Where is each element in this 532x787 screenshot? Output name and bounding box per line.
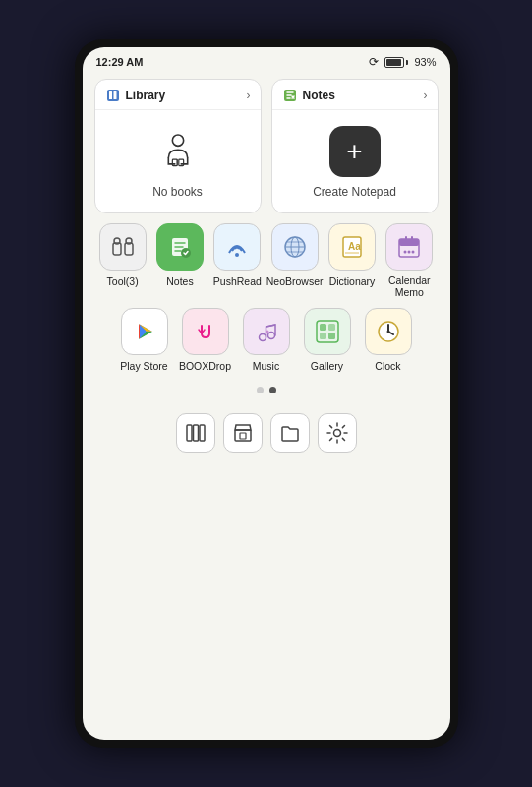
calendar-label: Calendar Memo: [388, 275, 431, 298]
dock-library[interactable]: [176, 413, 215, 453]
dock-files[interactable]: [270, 413, 310, 453]
dictionary-label: Dictionary: [329, 275, 376, 288]
svg-rect-8: [113, 243, 121, 255]
music-label: Music: [253, 360, 279, 373]
svg-rect-38: [328, 324, 335, 331]
app-playstore[interactable]: Play Store: [115, 308, 174, 373]
widget-row: Library ›: [94, 79, 439, 213]
music-icon: [243, 308, 290, 355]
notes-title-text: Notes: [303, 89, 335, 102]
app-row-2: Play Store BOOXDrop: [94, 308, 439, 373]
no-books-icon: [152, 126, 204, 177]
gallery-icon: [304, 308, 351, 355]
no-books-label: No books: [152, 185, 203, 199]
playstore-icon: [121, 308, 168, 355]
dictionary-icon: Aa: [328, 223, 376, 271]
notes-widget-body: + Create Notepad: [272, 110, 438, 212]
library-widget[interactable]: Library ›: [94, 79, 262, 213]
svg-rect-46: [193, 425, 198, 441]
svg-rect-10: [125, 243, 133, 255]
app-neobrowser[interactable]: NeoBrowser: [266, 223, 323, 288]
app-dictionary[interactable]: Aa Dictionary: [324, 223, 381, 288]
svg-point-3: [172, 135, 183, 146]
tool-label: Tool(3): [107, 275, 139, 288]
gallery-label: Gallery: [311, 360, 343, 373]
library-icon: [105, 88, 121, 103]
library-widget-body: No books: [95, 110, 261, 212]
svg-rect-49: [240, 433, 246, 439]
svg-point-27: [404, 251, 407, 254]
app-row-1: Tool(3) Notes: [94, 223, 439, 298]
bottom-dock: [94, 407, 439, 462]
app-calendar[interactable]: Calendar Memo: [381, 223, 438, 298]
notes-icon: [282, 88, 298, 103]
app-booxdrop[interactable]: BOOXDrop: [176, 308, 235, 373]
dot-1: [257, 387, 264, 394]
dock-settings[interactable]: [318, 413, 357, 453]
library-widget-header: Library ›: [95, 80, 261, 110]
app-tool[interactable]: Tool(3): [94, 223, 151, 288]
notes-app-icon: [156, 223, 204, 271]
app-music[interactable]: Music: [237, 308, 296, 373]
svg-rect-37: [320, 324, 326, 331]
notes-widget-header: Notes ›: [272, 80, 438, 110]
screen-content: Library ›: [83, 73, 450, 740]
svg-rect-25: [411, 236, 413, 241]
booxdrop-label: BOOXDrop: [179, 360, 231, 373]
time-display: 12:29 AM: [96, 56, 144, 68]
svg-line-34: [266, 325, 275, 327]
status-bar: 12:29 AM ⟳ 93%: [83, 47, 450, 73]
svg-rect-47: [200, 425, 205, 441]
calendar-icon: [385, 223, 433, 271]
device-frame: 12:29 AM ⟳ 93%: [75, 39, 458, 748]
app-gallery[interactable]: Gallery: [298, 308, 357, 373]
status-right: ⟳ 93%: [369, 55, 436, 69]
svg-rect-26: [405, 236, 407, 241]
page-dots: [94, 383, 439, 397]
library-chevron: ›: [247, 89, 251, 102]
svg-point-32: [259, 334, 266, 341]
sync-icon: ⟳: [369, 55, 379, 69]
app-notes[interactable]: Notes: [151, 223, 208, 288]
svg-point-28: [408, 251, 411, 254]
svg-rect-36: [317, 321, 338, 342]
notes-chevron: ›: [424, 89, 428, 102]
create-notepad-button[interactable]: +: [329, 126, 381, 177]
library-widget-title: Library: [105, 88, 166, 103]
battery-indicator: [384, 57, 408, 68]
notes-widget[interactable]: Notes › + Create Notepad: [271, 79, 439, 213]
svg-rect-45: [187, 425, 192, 441]
tool-icon: [99, 223, 147, 271]
pushread-label: PushRead: [213, 275, 262, 288]
svg-rect-2: [113, 91, 116, 99]
device-screen: 12:29 AM ⟳ 93%: [83, 47, 450, 740]
dock-store[interactable]: [223, 413, 263, 453]
svg-point-29: [412, 251, 415, 254]
svg-rect-0: [107, 90, 119, 101]
notes-app-label: Notes: [166, 275, 193, 288]
battery-percent: 93%: [414, 56, 436, 68]
app-clock[interactable]: Clock: [359, 308, 418, 373]
notes-widget-title: Notes: [282, 88, 335, 103]
dot-2: [269, 387, 276, 394]
neobrowser-label: NeoBrowser: [266, 275, 324, 288]
app-pushread[interactable]: PushRead: [208, 223, 266, 288]
svg-rect-1: [109, 91, 112, 99]
create-notepad-label: Create Notepad: [313, 185, 396, 199]
clock-icon: [365, 308, 412, 355]
svg-point-14: [235, 253, 239, 257]
svg-text:Aa: Aa: [348, 241, 361, 252]
svg-point-35: [266, 331, 268, 333]
svg-rect-24: [399, 239, 419, 246]
svg-point-44: [386, 331, 389, 333]
pushread-icon: [213, 223, 261, 271]
svg-rect-40: [328, 333, 335, 339]
clock-label: Clock: [375, 360, 400, 373]
svg-rect-39: [320, 333, 326, 339]
playstore-label: Play Store: [120, 360, 167, 373]
booxdrop-icon: [182, 308, 229, 355]
neobrowser-icon: [271, 223, 319, 271]
library-title-text: Library: [126, 89, 166, 102]
svg-point-50: [333, 429, 340, 436]
svg-point-33: [267, 333, 274, 339]
